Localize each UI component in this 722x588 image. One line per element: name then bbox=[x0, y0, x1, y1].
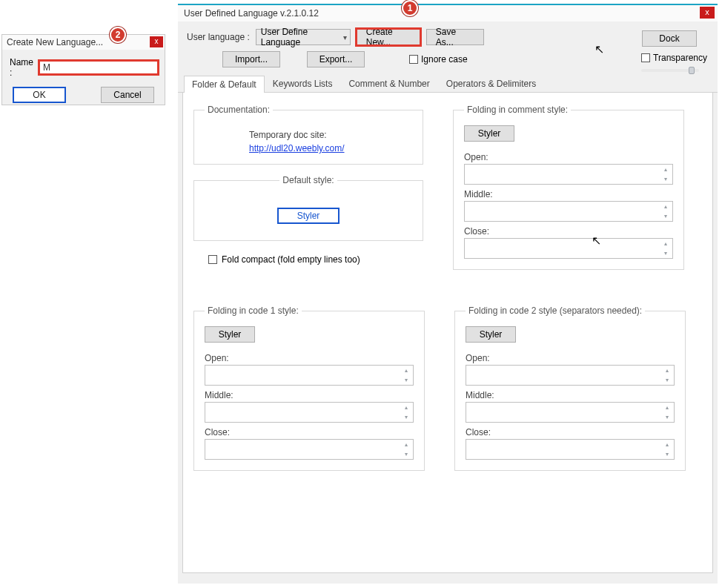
folding-code2-group: Folding in code 2 style (separators need… bbox=[454, 305, 686, 471]
annotation-badge-2: 2 bbox=[110, 27, 126, 43]
middle-label: Middle: bbox=[205, 390, 414, 400]
close-label: Close: bbox=[464, 226, 673, 237]
dialog-title: User Defined Language v.2.1.0.12 bbox=[184, 8, 319, 19]
dialog-title-bar: User Defined Language v.2.1.0.12 x bbox=[178, 5, 718, 22]
code1-open-input[interactable]: ▴▾ bbox=[205, 365, 414, 386]
user-language-combo[interactable]: User Define Language ▾ bbox=[256, 29, 351, 45]
transparency-checkbox[interactable]: Transparency bbox=[641, 53, 707, 63]
doc-site-label: Temporary doc site: bbox=[249, 130, 412, 140]
checkbox-box bbox=[409, 55, 418, 64]
open-label: Open: bbox=[464, 152, 673, 162]
default-style-group: Default style: Styler bbox=[193, 175, 423, 241]
code1-close-input[interactable]: ▴▾ bbox=[205, 439, 414, 460]
transparency-label: Transparency bbox=[653, 53, 707, 63]
folding-code1-group: Folding in code 1 style: Styler Open: ▴▾… bbox=[193, 305, 425, 471]
code2-close-input[interactable]: ▴▾ bbox=[466, 439, 675, 460]
comment-middle-input[interactable]: ▴▾ bbox=[464, 201, 673, 222]
fold-compact-label: Fold compact (fold empty lines too) bbox=[222, 254, 360, 265]
code2-open-input[interactable]: ▴▾ bbox=[466, 365, 675, 386]
middle-label: Middle: bbox=[466, 390, 675, 400]
cancel-button[interactable]: Cancel bbox=[101, 87, 154, 103]
slider-thumb[interactable] bbox=[689, 67, 695, 74]
dock-button[interactable]: Dock bbox=[642, 30, 697, 47]
transparency-slider[interactable] bbox=[641, 69, 699, 72]
create-new-button[interactable]: Create New... bbox=[357, 29, 420, 45]
combo-value: User Define Language bbox=[261, 27, 343, 47]
folding-code1-legend: Folding in code 1 style: bbox=[205, 305, 302, 316]
name-input[interactable] bbox=[38, 59, 159, 76]
documentation-legend: Documentation: bbox=[205, 105, 273, 115]
folding-code2-legend: Folding in code 2 style (separators need… bbox=[466, 305, 645, 316]
tab-strip: Folder & Default Keywords Lists Comment … bbox=[178, 75, 718, 93]
comment-styler-button[interactable]: Styler bbox=[464, 125, 514, 142]
close-label: Close: bbox=[205, 427, 414, 437]
udl-dialog: User Defined Language v.2.1.0.12 x Dock … bbox=[178, 4, 718, 584]
open-label: Open: bbox=[466, 353, 675, 363]
middle-label: Middle: bbox=[464, 189, 673, 199]
code1-styler-button[interactable]: Styler bbox=[205, 326, 255, 343]
tab-content: Documentation: Temporary doc site: http:… bbox=[182, 93, 713, 573]
save-as-button[interactable]: Save As... bbox=[426, 29, 484, 45]
chevron-down-icon: ▾ bbox=[343, 33, 347, 42]
annotation-badge-1: 1 bbox=[402, 0, 418, 16]
tab-comment-number[interactable]: Comment & Number bbox=[340, 75, 437, 92]
comment-close-input[interactable]: ▴▾ bbox=[464, 238, 673, 259]
import-button[interactable]: Import... bbox=[222, 51, 280, 67]
tab-folder-default[interactable]: Folder & Default bbox=[184, 76, 265, 93]
checkbox-box bbox=[208, 255, 217, 264]
default-style-legend: Default style: bbox=[279, 175, 337, 185]
folding-comment-group: Folding in comment style: Styler Open: ▴… bbox=[453, 105, 684, 270]
close-button[interactable]: x bbox=[700, 7, 715, 19]
tab-keywords-lists[interactable]: Keywords Lists bbox=[265, 75, 341, 92]
ignore-case-label: Ignore case bbox=[421, 54, 468, 65]
folding-comment-legend: Folding in comment style: bbox=[464, 105, 571, 115]
fold-compact-checkbox[interactable]: Fold compact (fold empty lines too) bbox=[208, 254, 423, 265]
modal-title: Create New Language... bbox=[7, 37, 103, 47]
default-styler-button[interactable]: Styler bbox=[277, 208, 340, 224]
modal-close-button[interactable]: x bbox=[150, 36, 163, 47]
comment-open-input[interactable]: ▴▾ bbox=[464, 164, 673, 185]
code1-middle-input[interactable]: ▴▾ bbox=[205, 402, 414, 423]
user-language-label: User language : bbox=[187, 32, 250, 42]
doc-link[interactable]: http://udl20.weebly.com/ bbox=[249, 143, 345, 153]
code2-middle-input[interactable]: ▴▾ bbox=[466, 402, 675, 423]
checkbox-box bbox=[641, 53, 650, 62]
tab-operators-delimiters[interactable]: Operators & Delimiters bbox=[438, 75, 544, 92]
open-label: Open: bbox=[205, 353, 414, 363]
code2-styler-button[interactable]: Styler bbox=[466, 326, 516, 343]
export-button[interactable]: Export... bbox=[307, 51, 365, 67]
ok-button[interactable]: OK bbox=[13, 87, 66, 103]
documentation-group: Documentation: Temporary doc site: http:… bbox=[193, 105, 423, 165]
ignore-case-checkbox[interactable]: Ignore case bbox=[409, 54, 468, 65]
close-label: Close: bbox=[466, 427, 675, 437]
name-label: Name : bbox=[10, 57, 33, 78]
modal-title-bar: Create New Language... x bbox=[2, 35, 165, 50]
create-language-modal: Create New Language... x Name : OK Cance… bbox=[1, 34, 165, 105]
